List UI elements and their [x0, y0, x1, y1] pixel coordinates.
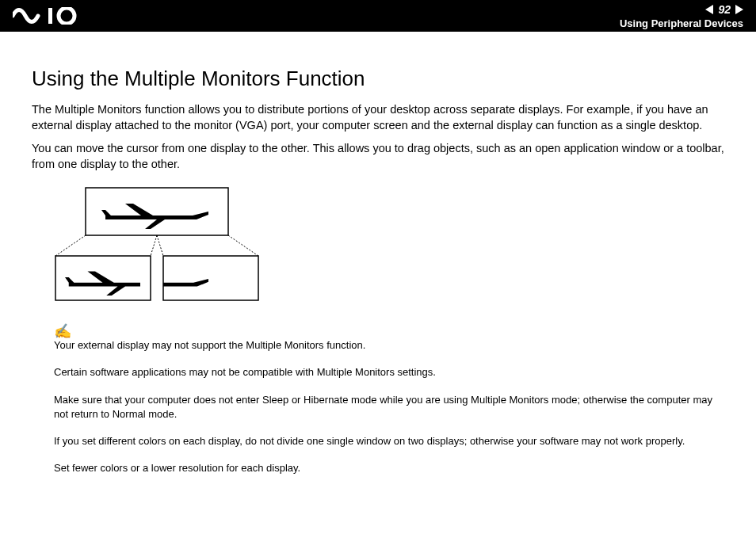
- svg-line-5: [157, 235, 163, 256]
- note: Set fewer colors or a lower resolution f…: [54, 461, 724, 475]
- note: Your external display may not support th…: [54, 338, 724, 353]
- svg-line-3: [55, 235, 86, 256]
- paragraph: The Multiple Monitors function allows yo…: [32, 102, 724, 133]
- svg-rect-8: [163, 256, 258, 300]
- prev-page-icon[interactable]: [705, 5, 713, 14]
- page-nav: 92 Using Peripheral Devices: [620, 3, 743, 29]
- page-number: 92: [716, 3, 732, 16]
- svg-line-6: [228, 235, 258, 256]
- page-content: Using the Multiple Monitors Function The…: [0, 32, 756, 504]
- note: If you set different colors on each disp…: [54, 434, 724, 448]
- page-header: 92 Using Peripheral Devices: [0, 0, 756, 32]
- next-page-icon[interactable]: [735, 5, 743, 14]
- page-title: Using the Multiple Monitors Function: [32, 67, 724, 91]
- note: Make sure that your computer does not en…: [54, 393, 724, 421]
- multi-monitor-diagram: [54, 186, 260, 308]
- svg-line-4: [151, 235, 157, 256]
- svg-point-1: [59, 8, 74, 24]
- vaio-logo: [13, 0, 100, 32]
- section-title: Using Peripheral Devices: [620, 17, 743, 29]
- note-icon: ✍: [54, 322, 724, 340]
- note: Certain software applications may not be…: [54, 365, 724, 380]
- paragraph: You can move the cursor from one display…: [32, 141, 724, 172]
- svg-rect-0: [48, 8, 52, 24]
